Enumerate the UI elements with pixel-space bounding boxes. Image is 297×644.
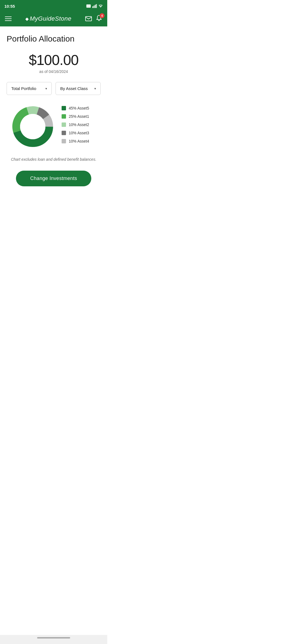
status-icons: [86, 4, 103, 8]
logo: ◆ MyGuideStone: [25, 15, 72, 22]
donut-chart: [9, 103, 56, 150]
logo-diamond-icon: ◆: [25, 16, 29, 21]
legend-item-asset1: 25% Asset1: [62, 114, 98, 119]
main-content: Portfolio Allocation $100.00 as of 04/16…: [0, 26, 107, 197]
svg-rect-3: [96, 4, 97, 8]
status-time: 10:55: [4, 4, 15, 9]
legend-item-asset2: 10% Asset2: [62, 122, 98, 127]
signal-icon: [92, 4, 97, 8]
legend-label-asset3: 10% Asset3: [69, 131, 89, 135]
mail-button[interactable]: [85, 16, 92, 21]
chart-legend: 45% Asset5 25% Asset1 10% Asset2 10% Ass…: [62, 106, 98, 147]
legend-label-asset1: 25% Asset1: [69, 114, 89, 119]
balance-amount: $100.00: [7, 52, 101, 68]
legend-label-asset4: 10% Asset4: [69, 139, 89, 143]
chart-section: 45% Asset5 25% Asset1 10% Asset2 10% Ass…: [7, 103, 101, 150]
legend-color-asset5: [62, 106, 66, 110]
status-bar: 10:55: [0, 0, 107, 12]
chart-note: Chart excludes loan and defined benefit …: [7, 157, 101, 162]
legend-label-asset2: 10% Asset2: [69, 122, 89, 127]
legend-color-asset2: [62, 122, 66, 127]
wifi-icon: [98, 4, 103, 8]
settings-icon: [86, 4, 91, 8]
change-investments-button[interactable]: Change Investments: [16, 171, 91, 186]
legend-item-asset3: 10% Asset3: [62, 131, 98, 135]
svg-rect-2: [95, 5, 96, 8]
legend-item-asset4: 10% Asset4: [62, 139, 98, 143]
legend-color-asset4: [62, 139, 66, 143]
legend-label-asset5: 45% Asset5: [69, 106, 89, 110]
view-dropdown[interactable]: By Asset Class ▾: [56, 82, 101, 95]
donut-center: [20, 114, 45, 139]
logo-text: MyGuideStone: [30, 15, 72, 22]
legend-color-asset3: [62, 131, 66, 135]
header: ◆ MyGuideStone 4: [0, 12, 107, 26]
legend-color-asset1: [62, 114, 66, 119]
menu-button[interactable]: [5, 17, 12, 21]
portfolio-dropdown-arrow: ▾: [45, 87, 47, 91]
svg-rect-1: [94, 6, 95, 8]
view-dropdown-label: By Asset Class: [60, 86, 88, 91]
balance-date: as of 04/16/2024: [7, 69, 101, 74]
view-dropdown-arrow: ▾: [94, 87, 96, 91]
page-title: Portfolio Allocation: [7, 34, 101, 43]
filter-row: Total Portfolio ▾ By Asset Class ▾: [7, 82, 101, 95]
notifications-button[interactable]: 4: [96, 15, 102, 23]
svg-rect-0: [92, 6, 93, 8]
header-actions: 4: [85, 15, 102, 23]
portfolio-dropdown[interactable]: Total Portfolio ▾: [7, 82, 52, 95]
legend-item-asset5: 45% Asset5: [62, 106, 98, 110]
balance-section: $100.00 as of 04/16/2024: [7, 52, 101, 74]
portfolio-dropdown-label: Total Portfolio: [11, 86, 36, 91]
notification-badge: 4: [100, 13, 105, 18]
